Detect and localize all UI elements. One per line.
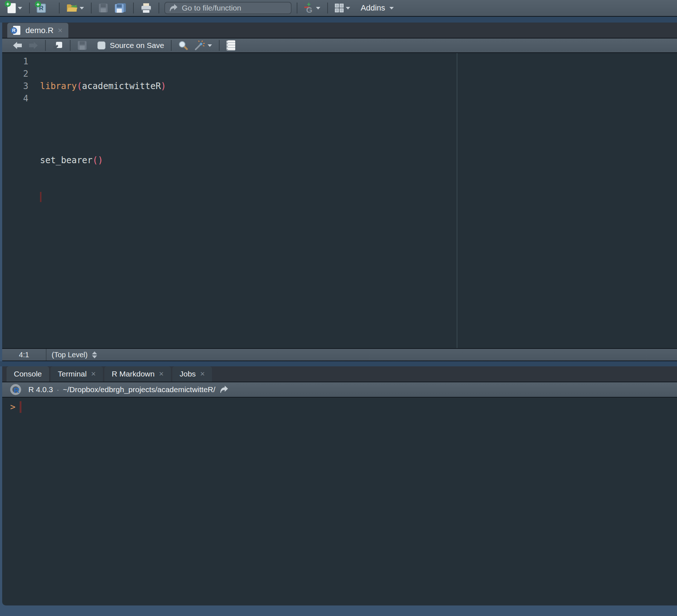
- source-on-save-checkbox[interactable]: [97, 41, 105, 49]
- back-button[interactable]: [11, 38, 24, 53]
- save-source-button[interactable]: [75, 38, 89, 53]
- code-line-4: [40, 191, 166, 204]
- pane-separator: [0, 17, 677, 23]
- goto-directory-arrow-icon[interactable]: [219, 385, 229, 394]
- line-number: 3: [2, 80, 28, 92]
- tab-terminal[interactable]: Terminal ×: [51, 366, 103, 382]
- toolbar-divider: [70, 40, 71, 51]
- print-margin-line: [457, 53, 457, 348]
- scope-selector[interactable]: (Top Level): [52, 351, 97, 359]
- open-file-button[interactable]: [64, 1, 86, 15]
- toolbar-divider: [59, 3, 60, 13]
- tab-r-markdown[interactable]: R Markdown ×: [104, 366, 171, 382]
- new-file-dropdown-caret[interactable]: [18, 7, 22, 9]
- code-line-1: library(academictwitteR): [40, 80, 166, 92]
- save-icon: [99, 3, 108, 13]
- code-tools-button[interactable]: [192, 38, 214, 53]
- version-control-button[interactable]: + G: [302, 1, 323, 15]
- source-on-save-label: Source on Save: [110, 41, 164, 50]
- r-file-icon: R: [13, 26, 20, 35]
- pane-separator: [0, 361, 677, 366]
- tab-jobs[interactable]: Jobs ×: [172, 366, 212, 382]
- goto-file-input[interactable]: [182, 4, 287, 12]
- popout-window-icon: [53, 41, 63, 50]
- console-prompt: >: [10, 402, 15, 412]
- save-all-icon: [115, 3, 126, 13]
- open-in-new-window-button[interactable]: [51, 38, 65, 53]
- save-button[interactable]: [96, 1, 110, 15]
- version-control-icon: + G: [304, 2, 314, 14]
- new-project-button[interactable]: R +: [35, 1, 54, 15]
- open-file-icon: [67, 4, 77, 12]
- forward-arrow-icon: [29, 41, 38, 49]
- addins-button[interactable]: Addins: [358, 1, 396, 15]
- print-button[interactable]: [139, 1, 154, 15]
- open-dropdown-caret[interactable]: [80, 7, 84, 9]
- scope-spinner-icon[interactable]: [92, 351, 97, 358]
- print-icon: [141, 3, 152, 13]
- r-logo-icon: R: [10, 384, 23, 395]
- new-file-button[interactable]: +: [5, 1, 24, 15]
- toolbar-divider: [133, 3, 134, 13]
- save-icon: [77, 41, 87, 50]
- line-number: 1: [2, 55, 28, 68]
- main-toolbar: + R +: [0, 0, 677, 17]
- addins-caret[interactable]: [389, 7, 394, 9]
- cursor-position: 4:1: [2, 349, 47, 361]
- source-on-save-toggle[interactable]: Source on Save: [95, 38, 166, 53]
- magnifier-icon: [179, 41, 188, 50]
- pane-layout-button[interactable]: [333, 1, 352, 15]
- close-icon[interactable]: ×: [91, 369, 96, 379]
- editor-toolbar: Source on Save: [2, 39, 677, 53]
- version-control-caret[interactable]: [316, 7, 320, 9]
- source-tab-bar: R demo.R ×: [2, 23, 677, 39]
- pane-layout-caret[interactable]: [346, 7, 350, 9]
- console-header: R R 4.0.3 · ~/Dropbox/edbrgh_projects/ac…: [2, 382, 677, 398]
- notebook-icon: [227, 40, 235, 51]
- compile-report-button[interactable]: [224, 38, 237, 53]
- toolbar-divider: [45, 40, 46, 51]
- line-number-gutter: 1 2 3 4: [2, 55, 28, 105]
- line-number: 2: [2, 68, 28, 80]
- magic-wand-icon: [195, 40, 205, 51]
- new-file-icon: +: [8, 3, 16, 13]
- close-icon[interactable]: ×: [200, 369, 205, 379]
- line-number: 4: [2, 92, 28, 105]
- rstudio-window: + R +: [0, 0, 677, 616]
- toolbar-divider: [327, 3, 328, 13]
- editor-status-bar: 4:1 (Top Level): [2, 349, 677, 361]
- toolbar-divider: [91, 3, 92, 13]
- toolbar-divider: [219, 40, 220, 51]
- toolbar-divider: [171, 40, 172, 51]
- close-icon[interactable]: ×: [58, 26, 63, 35]
- toolbar-divider: [297, 3, 297, 13]
- code-line-2: [40, 117, 166, 129]
- addins-label: Addins: [361, 3, 385, 13]
- goto-arrow-icon: [169, 4, 178, 12]
- console-tab-bar: Console Terminal × R Markdown × Jobs ×: [2, 366, 677, 382]
- separator-dot: ·: [57, 385, 59, 394]
- code-area[interactable]: library(academictwitteR) set_bearer(): [40, 55, 166, 228]
- source-editor[interactable]: 1 2 3 4 library(academictwitteR) set_bea…: [2, 53, 677, 349]
- pane-layout-icon: [335, 4, 344, 12]
- code-line-3: set_bearer(): [40, 154, 166, 166]
- console-pane[interactable]: >: [2, 398, 677, 605]
- close-icon[interactable]: ×: [159, 369, 164, 379]
- goto-file-box[interactable]: [164, 2, 292, 14]
- find-replace-button[interactable]: [176, 38, 190, 53]
- forward-button[interactable]: [27, 38, 40, 53]
- text-cursor: [40, 192, 41, 202]
- toolbar-divider: [159, 3, 159, 13]
- tab-label: demo.R: [25, 26, 53, 35]
- tab-demo-r[interactable]: R demo.R ×: [7, 23, 68, 38]
- save-all-button[interactable]: [112, 1, 128, 15]
- r-version-label: R 4.0.3: [28, 385, 53, 394]
- tab-console[interactable]: Console: [7, 366, 49, 382]
- console-cursor: [20, 401, 21, 413]
- code-tools-caret[interactable]: [208, 44, 212, 47]
- back-arrow-icon: [13, 41, 22, 49]
- working-directory: ~/Dropbox/edbrgh_projects/academictwitte…: [63, 385, 216, 394]
- toolbar-divider: [29, 3, 30, 13]
